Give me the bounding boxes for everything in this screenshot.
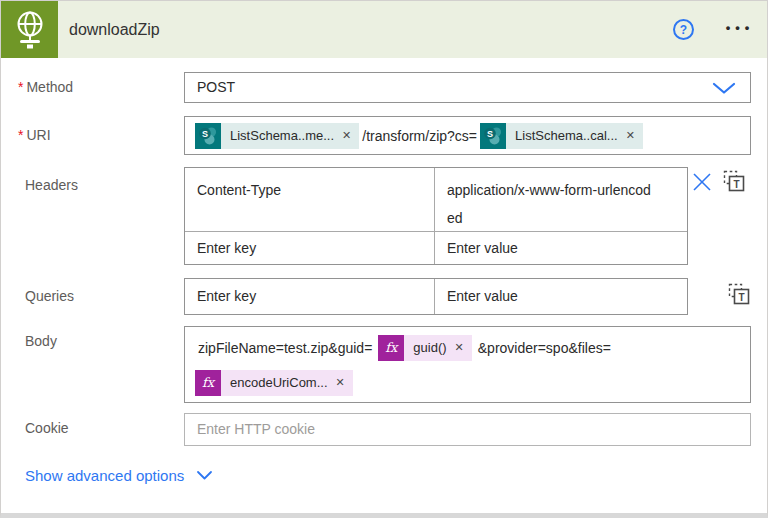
body-text: zipFileName=test.zip&guid=: [198, 340, 372, 356]
svg-text:T: T: [738, 292, 744, 303]
header-key-input[interactable]: Enter key: [185, 232, 434, 264]
body-line: zipFileName=test.zip&guid= fx guid() ✕ &…: [195, 334, 740, 361]
headers-table: Content-Type application/x-www-form-urle…: [184, 167, 688, 265]
sharepoint-icon: S: [195, 123, 221, 149]
show-advanced-options-link[interactable]: Show advanced options: [25, 467, 213, 484]
query-key-input[interactable]: Enter key: [185, 279, 434, 314]
card-header[interactable]: downloadZip ? •••: [1, 1, 767, 58]
delete-header-row-icon[interactable]: [691, 171, 713, 193]
action-title: downloadZip: [69, 1, 160, 58]
token-close-icon[interactable]: ✕: [622, 129, 643, 142]
sharepoint-token[interactable]: S ListSchema..me... ✕: [195, 123, 359, 149]
token-label: ListSchema..cal...: [506, 128, 622, 143]
token-label: guid(): [404, 340, 450, 355]
headers-label: Headers: [25, 177, 78, 193]
required-asterisk: *: [18, 79, 23, 95]
body-input[interactable]: zipFileName=test.zip&guid= fx guid() ✕ &…: [184, 326, 751, 403]
expression-fx-icon: fx: [195, 370, 221, 396]
cookie-label: Cookie: [25, 420, 69, 436]
token-close-icon[interactable]: ✕: [451, 341, 472, 354]
svg-text:S: S: [202, 128, 208, 138]
method-label: *Method: [18, 79, 73, 95]
token-label: ListSchema..me...: [221, 128, 338, 143]
advanced-link-label: Show advanced options: [25, 467, 184, 484]
header-value-input[interactable]: application/x-www-form-urlencoded: [434, 168, 687, 231]
queries-text-mode-icon[interactable]: T: [727, 282, 752, 307]
chevron-down-icon[interactable]: [712, 82, 736, 95]
expression-fx-icon: fx: [378, 335, 404, 361]
expression-token[interactable]: fx encodeUriCom... ✕: [195, 370, 353, 396]
headers-text-mode-icon[interactable]: T: [722, 169, 747, 194]
header-key-input[interactable]: Content-Type: [185, 168, 434, 231]
svg-text:S: S: [487, 128, 493, 138]
headers-row: Content-Type application/x-www-form-urle…: [185, 168, 687, 231]
more-menu-icon[interactable]: •••: [717, 20, 763, 40]
body-line: fx encodeUriCom... ✕: [195, 369, 740, 396]
token-close-icon[interactable]: ✕: [338, 129, 359, 142]
token-close-icon[interactable]: ✕: [332, 376, 353, 389]
queries-label: Queries: [25, 288, 74, 304]
sharepoint-token[interactable]: S ListSchema..cal... ✕: [480, 123, 643, 149]
queries-table: Enter key Enter value: [184, 278, 688, 315]
method-dropdown[interactable]: POST: [184, 72, 751, 103]
body-label: Body: [25, 333, 57, 349]
svg-text:T: T: [733, 179, 739, 190]
method-value: POST: [197, 79, 235, 95]
expression-token[interactable]: fx guid() ✕: [378, 335, 471, 361]
headers-row: Enter key Enter value: [185, 231, 687, 264]
help-icon[interactable]: ?: [673, 19, 694, 40]
uri-label: *URI: [18, 127, 51, 143]
query-value-input[interactable]: Enter value: [434, 279, 687, 314]
http-connector-icon: [1, 1, 58, 58]
required-asterisk: *: [18, 127, 23, 143]
header-value-input[interactable]: Enter value: [434, 232, 687, 264]
body-text: &provider=spo&files=: [478, 340, 611, 356]
action-card: downloadZip ? ••• *Method POST *URI S Li…: [0, 0, 768, 518]
uri-input[interactable]: S ListSchema..me... ✕ /transform/zip?cs=…: [184, 116, 751, 155]
queries-row: Enter key Enter value: [185, 279, 687, 314]
token-label: encodeUriCom...: [221, 375, 332, 390]
chevron-down-icon: [196, 470, 213, 481]
uri-text: /transform/zip?cs=: [362, 128, 477, 144]
cookie-input[interactable]: Enter HTTP cookie: [184, 413, 751, 446]
cookie-placeholder: Enter HTTP cookie: [197, 421, 315, 437]
globe-icon: [10, 8, 50, 52]
sharepoint-icon: S: [480, 123, 506, 149]
